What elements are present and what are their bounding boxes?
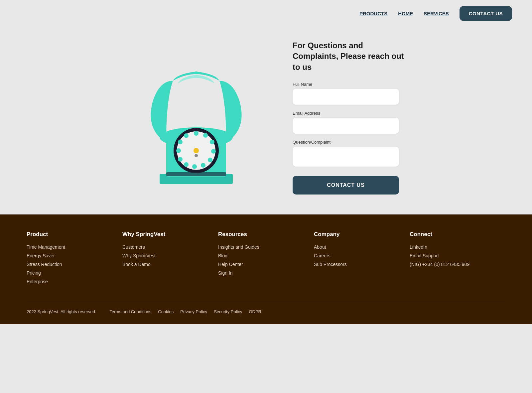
svg-point-16 [184, 133, 189, 138]
hero-section: For Questions and Complaints, Please rea… [0, 27, 532, 214]
footer-link-time-management[interactable]: Time Management [27, 244, 122, 250]
footer-divider [27, 301, 505, 301]
nav: PRODUCTS HOME SERVICES CONTACT US [359, 6, 512, 21]
svg-rect-19 [166, 172, 226, 176]
svg-point-15 [178, 140, 183, 144]
footer-link-stress-reduction[interactable]: Stress Reduction [27, 262, 122, 267]
footer-link-help-center[interactable]: Help Center [218, 262, 314, 267]
svg-point-12 [184, 162, 189, 167]
contact-form-section: For Questions and Complaints, Please rea… [293, 40, 406, 195]
svg-point-7 [210, 140, 214, 144]
footer-privacy[interactable]: Privacy Policy [180, 309, 207, 314]
footer-gdpr[interactable]: GDPR [249, 309, 261, 314]
full-name-label: Full Name [293, 82, 406, 87]
svg-point-9 [208, 158, 212, 162]
footer-link-enterprise[interactable]: Enterprise [27, 279, 122, 284]
email-group: Email Address [293, 111, 406, 134]
email-input[interactable] [293, 118, 399, 134]
footer-link-insights[interactable]: Insights and Guides [218, 244, 314, 250]
svg-point-13 [178, 157, 183, 162]
nav-services[interactable]: SERVICES [424, 11, 449, 16]
footer-link-sign-in[interactable]: Sign In [218, 270, 314, 276]
svg-point-18 [195, 154, 198, 157]
footer-link-pricing[interactable]: Pricing [27, 270, 122, 276]
header: PRODUCTS HOME SERVICES CONTACT US [0, 0, 532, 27]
form-submit-button[interactable]: CONTACT US [293, 176, 399, 195]
footer: Product Time Management Energy Saver Str… [0, 214, 532, 324]
footer-link-phone[interactable]: (NIG) +234 (0) 812 6435 909 [410, 262, 505, 267]
question-group: Question/Complaint [293, 140, 406, 167]
svg-point-6 [203, 133, 208, 138]
footer-link-about[interactable]: About [314, 244, 410, 250]
footer-cookies[interactable]: Cookies [158, 309, 174, 314]
footer-col-connect: Connect LinkedIn Email Support (NIG) +23… [410, 231, 505, 288]
email-label: Email Address [293, 111, 406, 116]
footer-link-linkedin[interactable]: LinkedIn [410, 244, 505, 250]
footer-link-sub-processors[interactable]: Sub Processors [314, 262, 410, 267]
footer-col-product-title: Product [27, 231, 122, 238]
footer-col-why: Why SpringVest Customers Why SpringVest … [122, 231, 218, 288]
nav-products[interactable]: PRODUCTS [359, 11, 387, 16]
full-name-group: Full Name [293, 82, 406, 105]
question-input[interactable] [293, 147, 399, 167]
footer-col-resources-title: Resources [218, 231, 314, 238]
footer-col-resources: Resources Insights and Guides Blog Help … [218, 231, 314, 288]
footer-col-connect-title: Connect [410, 231, 505, 238]
footer-col-company-title: Company [314, 231, 410, 238]
footer-col-why-title: Why SpringVest [122, 231, 218, 238]
footer-link-email-support[interactable]: Email Support [410, 253, 505, 258]
footer-link-why-springvest[interactable]: Why SpringVest [122, 253, 218, 258]
footer-link-energy-saver[interactable]: Energy Saver [27, 253, 122, 258]
svg-point-17 [194, 148, 199, 153]
nav-contact-button[interactable]: CONTACT US [460, 6, 512, 21]
svg-point-11 [192, 164, 197, 169]
footer-link-careers[interactable]: Careers [314, 253, 410, 258]
svg-point-5 [194, 131, 199, 136]
svg-point-10 [201, 163, 205, 168]
footer-copyright: 2022 SpringVest. All rights reserved. [27, 309, 96, 314]
footer-link-customers[interactable]: Customers [122, 244, 218, 250]
svg-point-14 [176, 148, 181, 153]
nav-home[interactable]: HOME [398, 11, 413, 16]
footer-bottom: 2022 SpringVest. All rights reserved. Te… [27, 309, 505, 314]
question-label: Question/Complaint [293, 140, 406, 145]
full-name-input[interactable] [293, 89, 399, 105]
svg-point-8 [211, 149, 216, 154]
footer-terms[interactable]: Terms and Conditions [110, 309, 152, 314]
form-title: For Questions and Complaints, Please rea… [293, 40, 406, 72]
footer-columns: Product Time Management Energy Saver Str… [27, 231, 505, 288]
phone-illustration [126, 48, 266, 187]
footer-col-product: Product Time Management Energy Saver Str… [27, 231, 122, 288]
footer-link-blog[interactable]: Blog [218, 253, 314, 258]
footer-link-book-demo[interactable]: Book a Demo [122, 262, 218, 267]
phone-svg [126, 48, 266, 187]
footer-col-company: Company About Careers Sub Processors [314, 231, 410, 288]
footer-security[interactable]: Security Policy [214, 309, 242, 314]
